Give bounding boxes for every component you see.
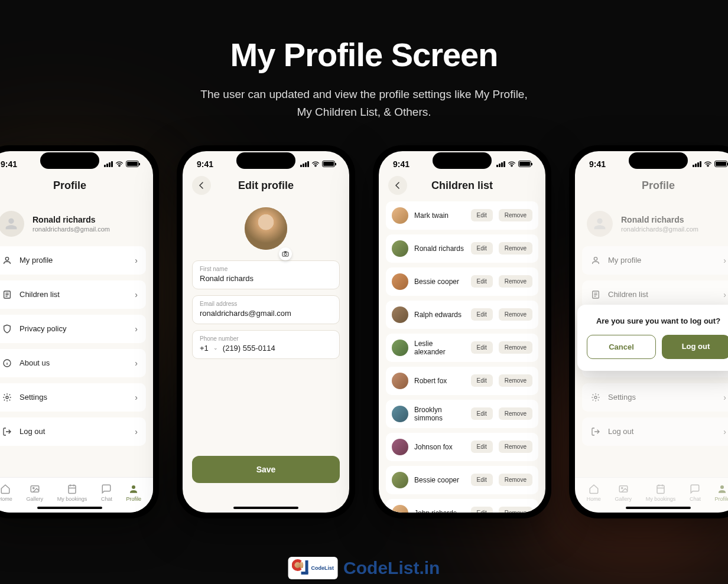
nav-chat[interactable]: Chat <box>690 484 701 502</box>
chevron-right-icon: › <box>135 290 138 299</box>
child-avatar <box>392 273 408 290</box>
menu-item-label: Settings <box>20 393 47 402</box>
menu-item-logout[interactable]: Log out› <box>0 417 146 446</box>
nav-profile[interactable]: Profile <box>715 484 728 502</box>
logout-confirm-button[interactable]: Log out <box>662 335 728 359</box>
menu-item-label: My profile <box>20 256 53 265</box>
edit-button[interactable]: Edit <box>471 441 493 453</box>
remove-button[interactable]: Remove <box>499 308 532 321</box>
edit-button[interactable]: Edit <box>471 507 493 513</box>
user-name: Ronald richards <box>621 215 698 224</box>
remove-button[interactable]: Remove <box>499 507 532 513</box>
menu-item-label: Children list <box>20 290 60 299</box>
child-name: Ralph edwards <box>414 311 465 319</box>
child-avatar <box>392 207 408 224</box>
cancel-button[interactable]: Cancel <box>587 335 656 359</box>
logout-icon <box>2 426 12 437</box>
wifi-icon <box>508 161 516 167</box>
edit-button[interactable]: Edit <box>471 308 493 321</box>
chevron-right-icon: › <box>723 290 726 299</box>
signal-icon <box>104 161 113 167</box>
menu-item-info[interactable]: About us› <box>0 349 146 377</box>
remove-button[interactable]: Remove <box>499 209 532 221</box>
nav-chat[interactable]: Chat <box>101 484 112 502</box>
bookings-icon <box>655 484 666 494</box>
nav-bookings[interactable]: My bookings <box>646 484 676 502</box>
edit-button[interactable]: Edit <box>471 374 493 387</box>
nav-home[interactable]: Home <box>0 484 12 502</box>
modal-question: Are you sure you want to log out? <box>587 317 728 325</box>
menu-item-person[interactable]: My profile› <box>0 246 146 275</box>
menu-item-list[interactable]: Children list› <box>0 280 146 309</box>
remove-button[interactable]: Remove <box>499 341 532 354</box>
remove-button[interactable]: Remove <box>499 407 532 420</box>
nav-gallery[interactable]: Gallery <box>615 484 632 502</box>
edit-button[interactable]: Edit <box>471 275 493 288</box>
first-name-field[interactable]: First name Ronald richards <box>192 260 340 289</box>
logo-mark <box>292 559 310 577</box>
edit-button[interactable]: Edit <box>471 407 493 420</box>
edit-button[interactable]: Edit <box>471 474 493 486</box>
shield-icon <box>2 324 12 334</box>
phone-value: (219) 555-0114 <box>223 344 275 353</box>
child-item: Bessie cooperEditRemove <box>386 466 538 494</box>
remove-button[interactable]: Remove <box>499 275 532 288</box>
remove-button[interactable]: Remove <box>499 441 532 453</box>
logo-text: CodeList.in <box>343 558 440 578</box>
avatar <box>0 211 24 237</box>
menu-item-label: Log out <box>20 427 45 436</box>
page-title: Profile <box>53 180 86 192</box>
phone-edit-profile: 9:41 Edit profile First name Ronald rich… <box>177 145 355 518</box>
phone-field[interactable]: Phone number +1 ⌄ (219) 555-0114 <box>192 330 340 359</box>
save-button[interactable]: Save <box>192 456 340 483</box>
menu-item-person[interactable]: My profile› <box>582 246 728 275</box>
chevron-down-icon[interactable]: ⌄ <box>213 345 218 351</box>
menu-item-gear[interactable]: Settings› <box>582 383 728 412</box>
nav-label: Home <box>0 496 12 502</box>
modal-buttons: Cancel Log out <box>587 335 728 359</box>
child-item: Bessie cooperEditRemove <box>386 267 538 296</box>
menu-item-label: About us <box>20 358 50 367</box>
notch <box>629 152 688 169</box>
logout-modal: Are you sure you want to log out? Cancel… <box>577 305 728 371</box>
home-icon <box>0 484 11 494</box>
child-name: Bessie cooper <box>414 476 465 484</box>
nav-label: Home <box>587 496 601 502</box>
user-card: Ronald richards ronaldrichards@gmail.com <box>575 201 728 246</box>
nav-bookings[interactable]: My bookings <box>57 484 87 502</box>
user-info: Ronald richards ronaldrichards@gmail.com <box>32 215 110 233</box>
remove-button[interactable]: Remove <box>499 474 532 486</box>
menu-item-shield[interactable]: Privacy policy› <box>0 315 146 343</box>
app-header: Profile <box>575 169 728 201</box>
nav-profile[interactable]: Profile <box>126 484 142 502</box>
email-field[interactable]: Email address ronaldrichards@gmail.com <box>192 295 340 324</box>
edit-avatar-section <box>183 201 349 260</box>
menu-item-logout[interactable]: Log out› <box>582 417 728 446</box>
phone-profile: 9:41 Profile Ronald richards ronaldricha… <box>0 145 159 518</box>
home-icon <box>589 484 599 494</box>
status-indicators <box>300 161 335 167</box>
nav-label: My bookings <box>57 496 87 502</box>
camera-button[interactable] <box>279 247 292 260</box>
back-button[interactable] <box>192 176 211 195</box>
chevron-right-icon: › <box>135 427 138 436</box>
status-time: 9:41 <box>197 159 213 169</box>
nav-label: Gallery <box>27 496 44 502</box>
nav-gallery[interactable]: Gallery <box>27 484 44 502</box>
status-time: 9:41 <box>393 159 410 169</box>
remove-button[interactable]: Remove <box>499 242 532 255</box>
child-name: Robert fox <box>414 377 465 385</box>
menu-item-gear[interactable]: Settings› <box>0 383 146 412</box>
user-info: Ronald richards ronaldrichards@gmail.com <box>621 215 698 233</box>
svg-rect-10 <box>284 251 287 252</box>
menu-item-label: Children list <box>608 290 648 299</box>
back-button[interactable] <box>388 176 407 195</box>
profile-icon <box>717 484 727 494</box>
edit-button[interactable]: Edit <box>471 209 493 221</box>
edit-button[interactable]: Edit <box>471 242 493 255</box>
remove-button[interactable]: Remove <box>499 374 532 387</box>
screen-logout: 9:41 Profile Ronald richards ronaldricha… <box>575 151 728 513</box>
phone-label: Phone number <box>200 335 332 342</box>
edit-button[interactable]: Edit <box>471 341 493 354</box>
nav-home[interactable]: Home <box>587 484 601 502</box>
